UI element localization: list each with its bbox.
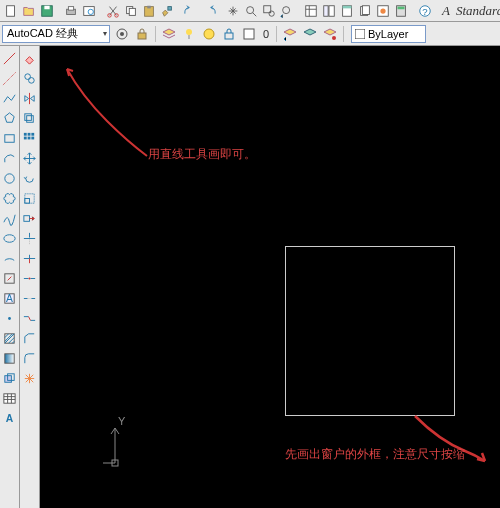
svg-rect-36 xyxy=(225,33,233,39)
sheet-set-icon[interactable] xyxy=(358,3,372,19)
svg-rect-33 xyxy=(138,33,146,39)
break-tool[interactable] xyxy=(21,289,39,307)
svg-text:A: A xyxy=(6,413,14,424)
redo-icon[interactable] xyxy=(202,3,216,19)
layer-states-icon[interactable] xyxy=(301,25,319,43)
array-tool[interactable] xyxy=(21,129,39,147)
drawn-rectangle xyxy=(285,246,455,416)
save-icon[interactable] xyxy=(40,3,54,19)
svg-rect-58 xyxy=(28,132,31,135)
rotate-tool[interactable] xyxy=(21,169,39,187)
bylayer-value: ByLayer xyxy=(368,28,408,40)
fillet-tool[interactable] xyxy=(21,349,39,367)
match-properties-icon[interactable] xyxy=(160,3,174,19)
properties-icon[interactable] xyxy=(304,3,318,19)
make-block-tool[interactable]: A xyxy=(1,289,19,307)
join-tool[interactable] xyxy=(21,309,39,327)
chevron-down-icon: ▾ xyxy=(103,29,107,38)
scale-tool[interactable] xyxy=(21,189,39,207)
rectangle-tool[interactable] xyxy=(1,129,19,147)
gradient-tool[interactable] xyxy=(1,349,19,367)
insert-block-tool[interactable] xyxy=(1,269,19,287)
copy-tool[interactable] xyxy=(21,69,39,87)
pan-icon[interactable] xyxy=(226,3,240,19)
point-tool[interactable] xyxy=(1,309,19,327)
workspace-lock-icon[interactable] xyxy=(133,25,151,43)
workspace-settings-icon[interactable] xyxy=(113,25,131,43)
chamfer-tool[interactable] xyxy=(21,329,39,347)
help-icon[interactable]: ? xyxy=(418,3,432,19)
annotation-arrow-1 xyxy=(62,61,152,161)
svg-rect-68 xyxy=(112,460,118,466)
layer-on-icon[interactable] xyxy=(180,25,198,43)
svg-rect-51 xyxy=(4,393,15,402)
svg-rect-65 xyxy=(24,215,30,221)
line-tool[interactable] xyxy=(1,49,19,67)
markup-icon[interactable] xyxy=(376,3,390,19)
svg-rect-0 xyxy=(7,5,15,16)
undo-icon[interactable] xyxy=(184,3,198,19)
svg-point-46 xyxy=(8,317,11,320)
layer-freeze-icon[interactable] xyxy=(200,25,218,43)
spline-tool[interactable] xyxy=(1,209,19,227)
erase-tool[interactable] xyxy=(21,49,39,67)
zoom-icon[interactable] xyxy=(244,3,258,19)
layer-lock-icon[interactable] xyxy=(220,25,238,43)
paste-icon[interactable] xyxy=(142,3,156,19)
workspace-value: AutoCAD 经典 xyxy=(7,26,78,41)
copy-icon[interactable] xyxy=(124,3,138,19)
color-swatch-icon xyxy=(355,29,365,39)
design-center-icon[interactable] xyxy=(322,3,336,19)
svg-rect-59 xyxy=(31,132,34,135)
break-at-point-tool[interactable] xyxy=(21,269,39,287)
quickcalc-icon[interactable] xyxy=(394,3,408,19)
text-style-icon[interactable]: A xyxy=(442,3,450,19)
cut-icon[interactable] xyxy=(106,3,120,19)
zoom-window-icon[interactable] xyxy=(262,3,276,19)
polygon-tool[interactable] xyxy=(1,109,19,127)
arc-tool[interactable] xyxy=(1,149,19,167)
extend-tool[interactable] xyxy=(21,249,39,267)
table-tool[interactable] xyxy=(1,389,19,407)
layer-previous-icon[interactable] xyxy=(281,25,299,43)
layer-iso-icon[interactable] xyxy=(321,25,339,43)
plot-preview-icon[interactable] xyxy=(82,3,96,19)
ellipse-tool[interactable] xyxy=(1,229,19,247)
svg-rect-28 xyxy=(398,6,405,9)
explode-tool[interactable] xyxy=(21,369,39,387)
mtext-tool[interactable]: A xyxy=(1,409,19,427)
main-area: A A 用直线工具画即可。 xyxy=(0,46,500,508)
bylayer-combo[interactable]: ByLayer xyxy=(351,25,426,43)
workspace-combo[interactable]: AutoCAD 经典 ▾ xyxy=(2,25,110,43)
print-icon[interactable] xyxy=(64,3,78,19)
tool-palettes-icon[interactable] xyxy=(340,3,354,19)
construction-line-tool[interactable] xyxy=(1,69,19,87)
new-icon[interactable] xyxy=(4,3,18,19)
layer-color-icon[interactable] xyxy=(240,25,258,43)
svg-point-32 xyxy=(120,32,124,36)
move-tool[interactable] xyxy=(21,149,39,167)
separator xyxy=(276,26,277,42)
drawing-canvas[interactable]: 用直线工具画即可。 先画出窗户的外框，注意尺寸按缩 Y xyxy=(40,46,500,508)
stretch-tool[interactable] xyxy=(21,209,39,227)
svg-rect-4 xyxy=(68,6,73,10)
svg-rect-18 xyxy=(306,5,317,16)
circle-tool[interactable] xyxy=(1,169,19,187)
offset-tool[interactable] xyxy=(21,109,39,127)
svg-rect-24 xyxy=(362,5,369,14)
layer-manager-icon[interactable] xyxy=(160,25,178,43)
svg-rect-10 xyxy=(129,8,135,15)
revision-cloud-tool[interactable] xyxy=(1,189,19,207)
ellipse-arc-tool[interactable] xyxy=(1,249,19,267)
svg-point-16 xyxy=(269,11,274,16)
svg-point-14 xyxy=(247,6,254,13)
open-icon[interactable] xyxy=(22,3,36,19)
trim-tool[interactable] xyxy=(21,229,39,247)
svg-rect-40 xyxy=(5,134,14,142)
mirror-tool[interactable] xyxy=(21,89,39,107)
region-tool[interactable] xyxy=(1,369,19,387)
polyline-tool[interactable] xyxy=(1,89,19,107)
zoom-previous-icon[interactable] xyxy=(280,3,294,19)
hatch-tool[interactable] xyxy=(1,329,19,347)
svg-rect-56 xyxy=(27,115,34,122)
